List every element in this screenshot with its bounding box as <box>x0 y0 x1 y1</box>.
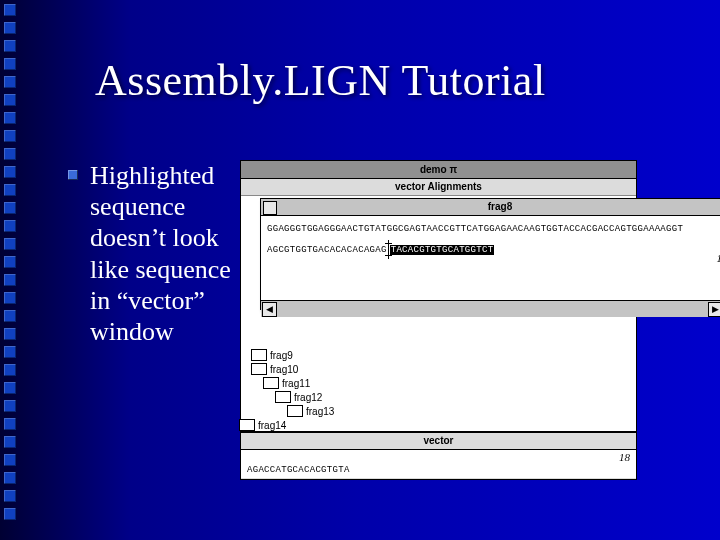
fragment-list-item[interactable]: frag12 <box>275 390 334 404</box>
fragment-label: frag14 <box>258 420 286 431</box>
vector-body[interactable]: 18 AGACCATGCACACGTGTA <box>241 450 636 478</box>
vector-window: vector 18 AGACCATGCACACGTGTA <box>240 432 637 480</box>
position-number-112: 112 <box>716 252 720 264</box>
close-icon[interactable] <box>263 201 277 215</box>
fragment-list-item[interactable]: frag13 <box>287 404 334 418</box>
bullet-text: Highlighted sequence doesn’t look like s… <box>90 160 233 347</box>
frag8-title: frag8 <box>488 201 512 212</box>
sequence-line-2-prefix: AGCGTGGTGACACACACAGAG <box>267 245 387 255</box>
fragment-box-icon <box>251 349 267 361</box>
text-caret-icon <box>388 244 389 255</box>
scroll-right-icon[interactable]: ▶ <box>708 302 720 317</box>
fragment-box-icon <box>275 391 291 403</box>
bullet-marker-icon <box>68 170 78 180</box>
sequence-line-1[interactable]: GGAGGGTGGAGGGAACTGTATGGCGAGTAACCGTTCATGG… <box>267 224 720 234</box>
fragment-label: frag11 <box>282 378 310 389</box>
vector-sequence[interactable]: AGACCATGCACACGTGTA <box>247 465 350 475</box>
fragment-label: frag12 <box>294 392 322 403</box>
demo-window-subtitle: vector Alignments <box>241 179 636 196</box>
fragment-label: frag10 <box>270 364 298 375</box>
slide-decorative-squares <box>4 4 22 536</box>
frag8-scrollbar[interactable]: ◀ ▶ <box>261 300 720 317</box>
fragment-box-icon <box>239 419 255 431</box>
fragment-list-item[interactable]: frag9 <box>251 348 334 362</box>
frag8-titlebar[interactable]: frag8 <box>261 199 720 216</box>
frag8-body[interactable]: 73 + 112 GGAGGGTGGAGGGAACTGTATGGCGAGTAAC… <box>261 216 720 300</box>
fragment-list-item[interactable]: frag11 <box>263 376 334 390</box>
fragment-box-icon <box>251 363 267 375</box>
demo-window-title: demo π <box>241 161 636 179</box>
frag8-window: frag8 73 + 112 GGAGGGTGGAGGGAACTGTATGGCG… <box>260 198 720 310</box>
vector-title: vector <box>241 433 636 450</box>
slide-title: Assembly.LIGN Tutorial <box>95 55 546 106</box>
fragment-label: frag9 <box>270 350 293 361</box>
sequence-highlighted[interactable]: TACACGTGTGCATGGTCT <box>390 245 495 255</box>
sequence-line-2[interactable]: AGCGTGGTGACACACACAGAGTACACGTGTGCATGGTCT <box>267 244 720 255</box>
fragment-box-icon <box>287 405 303 417</box>
fragment-list-item[interactable]: frag14 <box>239 418 334 432</box>
scroll-left-icon[interactable]: ◀ <box>262 302 277 317</box>
fragment-label: frag13 <box>306 406 334 417</box>
fragment-list-item[interactable]: frag10 <box>251 362 334 376</box>
bullet-item: Highlighted sequence doesn’t look like s… <box>68 160 233 347</box>
vector-position-number: 18 <box>619 451 630 463</box>
fragment-box-icon <box>263 377 279 389</box>
fragment-list: frag9 frag10 frag11 frag12 frag13 frag14 <box>251 348 334 432</box>
